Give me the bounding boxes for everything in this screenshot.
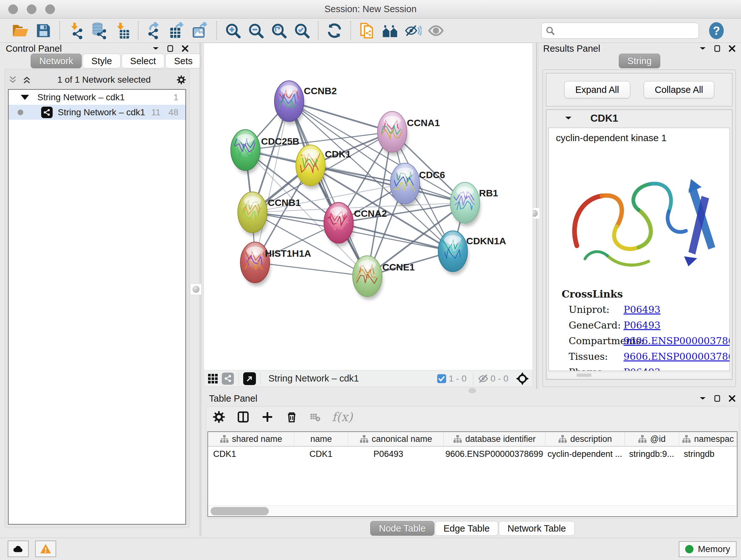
zoom-in-button[interactable]: [221, 20, 245, 41]
import-network-database-button[interactable]: [87, 20, 111, 41]
table-hscrollbar-thumb[interactable]: [211, 507, 269, 515]
panel-menu-icon[interactable]: [152, 45, 159, 52]
cell-name[interactable]: CDK1: [294, 449, 348, 459]
network-label: String Network – cdk1: [58, 107, 145, 118]
tab-sets[interactable]: Sets: [165, 54, 201, 68]
clone-network-button[interactable]: [355, 20, 379, 41]
warning-status-button[interactable]: [35, 541, 56, 557]
cell-database-identifier[interactable]: 9606.ENSP00000378699: [444, 449, 545, 459]
panel-menu-icon[interactable]: [699, 395, 706, 402]
save-session-button[interactable]: [32, 20, 55, 41]
genecard-link[interactable]: P06493: [623, 320, 661, 331]
tab-network-table[interactable]: Network Table: [499, 521, 575, 536]
uniprot-link[interactable]: P06493: [623, 304, 661, 315]
network-canvas[interactable]: CCNB2CCNA1CDC25BCDK1CDC6RB1CCNB1CCNA2CDK…: [204, 43, 533, 370]
network-options-gear-icon[interactable]: [177, 75, 186, 84]
panel-menu-icon[interactable]: [699, 45, 706, 52]
column-header-description[interactable]: description: [545, 432, 624, 446]
compartments-link[interactable]: 9606.ENSP00000378699: [623, 335, 730, 347]
add-column-icon[interactable]: [261, 411, 274, 423]
tab-style[interactable]: Style: [83, 54, 120, 68]
open-in-browser-icon[interactable]: [243, 372, 256, 385]
column-header-namespace[interactable]: namespac: [679, 432, 737, 446]
hide-selected-button[interactable]: [401, 20, 424, 41]
column-header-name[interactable]: name: [294, 432, 348, 446]
cell-id[interactable]: stringdb:9...: [624, 449, 678, 459]
delete-column-icon[interactable]: [285, 411, 298, 423]
column-header-canonical-name[interactable]: canonical name: [348, 432, 443, 446]
table-row[interactable]: CDK1 CDK1 P06493 9606.ENSP00000378699 cy…: [208, 447, 737, 461]
zoom-fit-button[interactable]: [267, 20, 290, 41]
collapse-all-icon[interactable]: [8, 75, 17, 84]
help-button[interactable]: ?: [707, 21, 726, 40]
show-columns-icon[interactable]: [237, 411, 250, 423]
show-hidden-button[interactable]: [424, 20, 448, 41]
protein-name: CDK1: [590, 112, 618, 124]
zoom-selected-button[interactable]: [290, 20, 313, 41]
expand-all-button[interactable]: Expand All: [564, 81, 630, 98]
search-input[interactable]: [555, 25, 695, 36]
memory-button[interactable]: Memory: [679, 541, 737, 557]
panel-close-icon[interactable]: [728, 45, 736, 52]
tissues-link[interactable]: 9606.ENSP00000378699: [623, 351, 730, 362]
hidden-eye-icon[interactable]: [478, 373, 488, 384]
close-window-button[interactable]: [8, 4, 18, 14]
export-table-button[interactable]: [166, 20, 189, 41]
tab-string[interactable]: String: [619, 54, 660, 68]
cell-canonical-name[interactable]: P06493: [348, 449, 443, 459]
panel-close-icon[interactable]: [181, 45, 189, 52]
expand-all-icon[interactable]: [22, 75, 31, 84]
import-table-file-button[interactable]: [111, 20, 133, 41]
string-view-icon[interactable]: [222, 373, 234, 385]
open-session-button[interactable]: [9, 20, 32, 41]
pharos-link[interactable]: P06493: [623, 367, 661, 371]
node-CCNA1[interactable]: CCNA1: [378, 111, 440, 155]
collection-row[interactable]: String Network – cdk1 1: [9, 90, 185, 105]
panel-close-icon[interactable]: [728, 395, 736, 402]
table-options-gear-icon[interactable]: [212, 411, 225, 423]
export-network-button[interactable]: [143, 20, 166, 41]
minimize-window-button[interactable]: [27, 4, 37, 14]
cell-namespace[interactable]: stringdb: [679, 449, 737, 459]
protein-section-header[interactable]: CDK1: [546, 110, 732, 126]
collapse-collection-icon[interactable]: [21, 95, 29, 100]
network-row[interactable]: String Network – cdk1 11 48: [9, 105, 185, 120]
panel-float-icon[interactable]: [714, 395, 721, 402]
fit-selected-crosshair-icon[interactable]: [515, 372, 529, 386]
zoom-window-button[interactable]: [45, 4, 55, 14]
node-CDK1[interactable]: CDK1: [296, 145, 351, 189]
node-CCNB2[interactable]: CCNB2: [274, 81, 337, 125]
tab-node-table[interactable]: Node Table: [370, 521, 434, 536]
collapse-section-icon[interactable]: [564, 114, 572, 122]
svg-text:HIST1H1A: HIST1H1A: [265, 248, 311, 259]
tab-edge-table[interactable]: Edge Table: [435, 521, 498, 536]
eye-slash-icon: [404, 22, 421, 39]
cell-shared-name[interactable]: CDK1: [208, 449, 294, 459]
import-network-file-button[interactable]: [64, 20, 87, 41]
left-splitter-handle[interactable]: [190, 284, 202, 295]
column-header-shared-name[interactable]: shared name: [208, 432, 294, 446]
birdseye-grid-icon[interactable]: [207, 373, 219, 384]
panel-float-icon[interactable]: [714, 45, 721, 52]
column-header-id[interactable]: @id: [624, 432, 678, 446]
cell-description[interactable]: cyclin-dependent ...: [545, 449, 624, 459]
column-header-database-identifier[interactable]: database identifier: [443, 432, 545, 446]
node-CDKN1A[interactable]: CDKN1A: [438, 231, 506, 275]
cloud-status-button[interactable]: [8, 541, 29, 557]
zoom-out-button[interactable]: [245, 20, 267, 41]
node-CDC25B[interactable]: CDC25B: [231, 130, 299, 174]
results-scrollbar-thumb[interactable]: [577, 374, 591, 377]
string-query-button[interactable]: [379, 20, 401, 41]
panel-float-icon[interactable]: [166, 45, 174, 52]
node-CCNE1[interactable]: CCNE1: [353, 256, 415, 300]
export-image-button[interactable]: [189, 20, 212, 41]
node-RB1[interactable]: RB1: [450, 182, 498, 226]
node-HIST1H1A[interactable]: HIST1H1A: [240, 242, 311, 286]
selected-checkbox-icon[interactable]: [436, 374, 447, 384]
node-CDC6[interactable]: CDC6: [390, 163, 445, 207]
tab-network[interactable]: Network: [30, 54, 82, 68]
collapse-all-button[interactable]: Collapse All: [644, 81, 715, 98]
refresh-button[interactable]: [323, 20, 346, 41]
node-CCNA2[interactable]: CCNA2: [324, 202, 387, 246]
tab-select[interactable]: Select: [122, 54, 165, 68]
